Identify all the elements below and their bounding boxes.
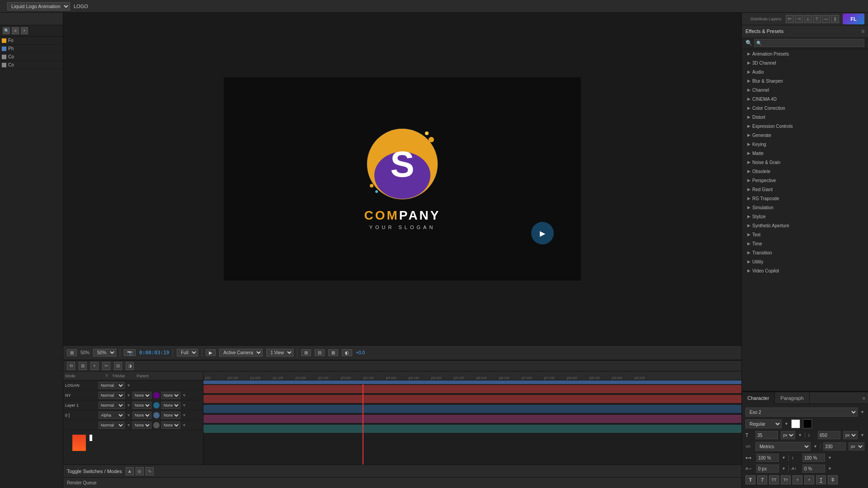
track-bar[interactable] bbox=[203, 405, 741, 413]
trkmat-select[interactable]: None bbox=[132, 422, 151, 429]
italic-btn[interactable]: T bbox=[757, 475, 767, 484]
track-bar[interactable] bbox=[203, 385, 741, 393]
vizfx-badge[interactable]: FL bbox=[843, 14, 864, 24]
fast-preview-btn[interactable]: ◐ bbox=[342, 349, 352, 356]
mode-select[interactable]: Normal bbox=[99, 392, 125, 399]
comp-select[interactable]: Liquid Logo Animation bbox=[7, 2, 70, 10]
timeline-playhead[interactable] bbox=[363, 384, 363, 465]
zoom-select[interactable]: 50% bbox=[93, 349, 116, 357]
graph-icon[interactable]: ∿ bbox=[146, 467, 154, 475]
keyframe-block[interactable] bbox=[72, 435, 86, 451]
track-bar[interactable] bbox=[203, 425, 741, 433]
layer-item[interactable]: Fo bbox=[0, 37, 63, 45]
tl-icon3[interactable]: + bbox=[90, 362, 99, 370]
effects-search-input[interactable] bbox=[754, 39, 864, 47]
track-bar[interactable] bbox=[203, 395, 741, 403]
parent-select[interactable]: None bbox=[161, 412, 180, 419]
search-icon[interactable]: 🔍 bbox=[3, 27, 10, 34]
layer-item[interactable]: Co bbox=[0, 61, 63, 69]
effects-item-audio[interactable]: ▶ Audio bbox=[742, 67, 868, 76]
effects-item-time[interactable]: ▶ Time bbox=[742, 239, 868, 248]
tl-icon5[interactable]: ⊟ bbox=[114, 362, 122, 370]
align-top-btn[interactable]: ⊥ bbox=[804, 15, 812, 23]
va-unit[interactable]: px bbox=[849, 442, 864, 450]
layer-item[interactable]: Ph bbox=[0, 45, 63, 53]
grid-btn[interactable]: ⊞ bbox=[301, 349, 311, 356]
work-area-bar[interactable] bbox=[203, 380, 741, 384]
tl-layer-row[interactable]: Normal ▼ None None ▼ bbox=[63, 420, 203, 430]
effects-item-text[interactable]: ▶ Text bbox=[742, 230, 868, 239]
expand-icon[interactable]: ◎ bbox=[136, 467, 144, 475]
tab-paragraph[interactable]: Paragraph bbox=[775, 392, 809, 404]
tl-icon6[interactable]: ◑ bbox=[126, 362, 134, 370]
layer-options-icon[interactable]: ≡ bbox=[12, 27, 19, 34]
allcaps-btn[interactable]: TT bbox=[769, 475, 779, 484]
effects-item-animation-presets[interactable]: ▶ Animation Presets bbox=[742, 49, 868, 58]
tl-icon2[interactable]: ⊞ bbox=[79, 362, 87, 370]
superscript-btn[interactable]: T bbox=[793, 475, 802, 484]
char-menu-icon[interactable]: ≡ bbox=[863, 395, 865, 401]
font-size-input[interactable] bbox=[755, 431, 778, 439]
mode-select[interactable]: Alpha bbox=[99, 412, 125, 419]
camera-icon[interactable]: 📷 bbox=[124, 349, 136, 356]
effects-item-perspective[interactable]: ▶ Perspective bbox=[742, 176, 868, 185]
effects-item-video-copilot[interactable]: ▶ Video Copilot bbox=[742, 266, 868, 275]
effects-item-keying[interactable]: ▶ Keying bbox=[742, 140, 868, 149]
tl-layer-row[interactable]: LOGAN Normal ▼ bbox=[63, 380, 203, 390]
tl-layer-row[interactable]: 0 ] Alpha ▼ None None ▼ bbox=[63, 410, 203, 420]
va-method-select[interactable]: Metrics bbox=[755, 442, 811, 451]
track-bar[interactable] bbox=[203, 415, 741, 423]
stroke-color[interactable] bbox=[803, 419, 812, 428]
tl-layer-row[interactable]: Layer 1 Normal ▼ None None ▼ bbox=[63, 400, 203, 410]
align-vcenter-btn[interactable]: ‖ bbox=[831, 15, 839, 23]
tl-icon1[interactable]: ⟲ bbox=[67, 362, 75, 370]
effects-item-generate[interactable]: ▶ Generate bbox=[742, 131, 868, 140]
effects-item-color-correction[interactable]: ▶ Color Correction bbox=[742, 103, 868, 113]
trkmat-select[interactable]: None bbox=[132, 402, 151, 409]
effects-item-utility[interactable]: ▶ Utility bbox=[742, 257, 868, 266]
add-layer-icon[interactable]: + bbox=[21, 27, 28, 34]
preview-render-btn[interactable]: ▶ bbox=[206, 349, 216, 356]
effects-item-rg-trapcode[interactable]: ▶ RG Trapcode bbox=[742, 194, 868, 203]
baseline-input[interactable] bbox=[802, 465, 825, 473]
effects-item-stylize[interactable]: ▶ Stylize bbox=[742, 212, 868, 221]
strikethrough-btn[interactable]: T bbox=[828, 475, 838, 484]
leading-unit[interactable]: px bbox=[843, 431, 858, 439]
smallcaps-btn[interactable]: TT bbox=[781, 475, 791, 484]
leading-input[interactable] bbox=[818, 431, 840, 439]
parent-select[interactable]: None bbox=[161, 422, 180, 429]
mode-select[interactable]: Normal bbox=[99, 402, 125, 409]
mode-select[interactable]: Normal bbox=[99, 382, 125, 389]
parent-select[interactable]: None bbox=[161, 402, 180, 409]
tl-layer-row[interactable]: NY Normal ▼ None None ▼ bbox=[63, 390, 203, 400]
view-count-select[interactable]: 1 View bbox=[266, 349, 293, 357]
effects-item-distort[interactable]: ▶ Distort bbox=[742, 113, 868, 122]
font-select[interactable]: Exo 2 bbox=[745, 408, 858, 417]
tab-character[interactable]: Character bbox=[742, 392, 775, 404]
trkmat-select[interactable]: None bbox=[132, 412, 151, 419]
effects-item-simulation[interactable]: ▶ Simulation bbox=[742, 203, 868, 212]
effects-item-blur-sharpen[interactable]: ▶ Blur & Sharpen bbox=[742, 76, 868, 85]
effects-item-cinema4d[interactable]: ▶ CINEMA 4D bbox=[742, 94, 868, 103]
effects-item-expression[interactable]: ▶ Expression Controls bbox=[742, 122, 868, 131]
parent-select[interactable]: None bbox=[161, 392, 180, 399]
align-hcenter-btn[interactable]: — bbox=[822, 15, 830, 23]
tracking-input[interactable] bbox=[756, 465, 779, 473]
font-size-unit[interactable]: px bbox=[781, 431, 795, 439]
align-bottom-btn[interactable]: ⊤ bbox=[813, 15, 821, 23]
effects-item-transition[interactable]: ▶ Transition bbox=[742, 248, 868, 257]
resolution-select[interactable]: Full bbox=[177, 349, 198, 357]
effects-item-noise-grain[interactable]: ▶ Noise & Grain bbox=[742, 158, 868, 167]
underline-btn[interactable]: T bbox=[816, 475, 826, 484]
effects-item-matte[interactable]: ▶ Matte bbox=[742, 149, 868, 158]
v-scale-input[interactable] bbox=[802, 454, 825, 462]
effects-item-synthetic-aperture[interactable]: ▶ Synthetic Aperture bbox=[742, 221, 868, 230]
safe-zones-btn[interactable]: ⊟ bbox=[315, 349, 325, 356]
effects-item-obsolete[interactable]: ▶ Obsolete bbox=[742, 167, 868, 176]
transparency-btn[interactable]: ⊠ bbox=[328, 349, 338, 356]
trkmat-select[interactable]: None bbox=[132, 392, 151, 399]
layer-item[interactable]: Co bbox=[0, 53, 63, 61]
va-value-input[interactable] bbox=[823, 442, 846, 450]
h-scale-input[interactable] bbox=[756, 454, 779, 462]
fill-color[interactable] bbox=[791, 419, 800, 428]
